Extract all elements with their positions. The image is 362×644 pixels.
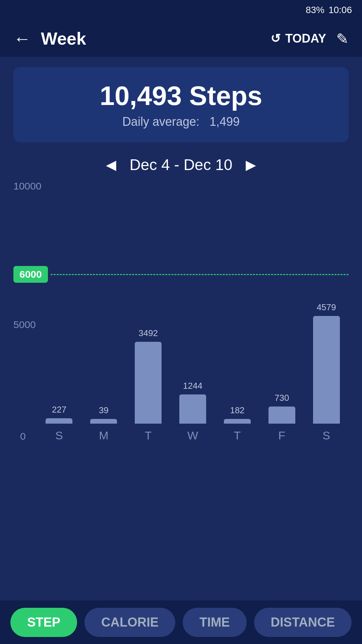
nav-step-button[interactable]: STEP (10, 608, 77, 637)
y-label-10000: 10000 (13, 180, 41, 192)
bar-group: 730F (259, 393, 304, 442)
bar-chart: 227S39M3492T1244W182T730F4579S (37, 201, 349, 442)
status-time: 10:06 (328, 5, 352, 15)
bar-day-label: T (145, 429, 152, 442)
refresh-icon: ↺ (270, 32, 281, 46)
bar (179, 394, 206, 424)
today-label: TODAY (285, 32, 326, 46)
bar-day-label: M (99, 429, 108, 442)
nav-time-button[interactable]: TIME (183, 608, 247, 637)
bar (46, 418, 72, 424)
bottom-nav: STEP CALORIE TIME DISTANCE (0, 600, 362, 644)
bar (313, 316, 340, 424)
header: ← Week ↺ TODAY ✎ (0, 20, 362, 57)
next-week-button[interactable]: ▶ (246, 157, 256, 172)
bar (268, 407, 295, 424)
bar-group: 227S (37, 405, 81, 442)
bar-value-label: 182 (230, 405, 244, 416)
date-range-label: Dec 4 - Dec 10 (130, 156, 233, 174)
prev-week-button[interactable]: ◀ (106, 157, 116, 172)
bar-value-label: 39 (99, 405, 109, 416)
bar-group: 39M (81, 405, 126, 442)
bar (224, 419, 251, 424)
bar-value-label: 730 (275, 393, 289, 403)
page-title: Week (41, 29, 86, 49)
bar-day-label: T (234, 429, 241, 442)
chart-area: 10000 5000 0 6000 0 227S39M3492T1244W182… (13, 180, 349, 469)
bar-day-label: F (278, 429, 285, 442)
bar-day-label: S (55, 429, 63, 442)
nav-calorie-button[interactable]: CALORIE (84, 608, 175, 637)
header-right: ↺ TODAY ✎ (270, 30, 349, 47)
bar-value-label: 1244 (183, 381, 202, 391)
bar (135, 342, 162, 424)
status-bar: 83% 10:06 (0, 0, 362, 20)
bar (90, 419, 117, 424)
status-battery: 83% (306, 5, 324, 15)
summary-card: 10,493 Steps Daily average: 1,499 (13, 67, 349, 142)
bar-value-label: 4579 (317, 302, 336, 313)
nav-distance-button[interactable]: DISTANCE (254, 608, 352, 637)
back-button[interactable]: ← (13, 29, 31, 49)
bar-day-label: S (322, 429, 330, 442)
bar-value-label: 3492 (138, 328, 158, 338)
bar-value-label: 227 (52, 405, 66, 415)
bar-group: 1244W (171, 381, 215, 442)
date-range: ◀ Dec 4 - Dec 10 ▶ (0, 156, 362, 174)
bar-group: 182T (215, 405, 259, 442)
bar-group: 3492T (126, 328, 171, 442)
steps-avg: Daily average: 1,499 (27, 115, 335, 129)
bar-day-label: W (187, 429, 198, 442)
steps-count: 10,493 Steps (27, 80, 335, 111)
y-label-0: 0 (20, 431, 26, 442)
avg-label: Daily average: (122, 115, 199, 128)
header-left: ← Week (13, 29, 86, 49)
bar-group: 4579S (304, 302, 349, 442)
today-button[interactable]: ↺ TODAY (270, 32, 326, 46)
avg-value: 1,499 (209, 115, 240, 128)
edit-button[interactable]: ✎ (336, 30, 349, 47)
